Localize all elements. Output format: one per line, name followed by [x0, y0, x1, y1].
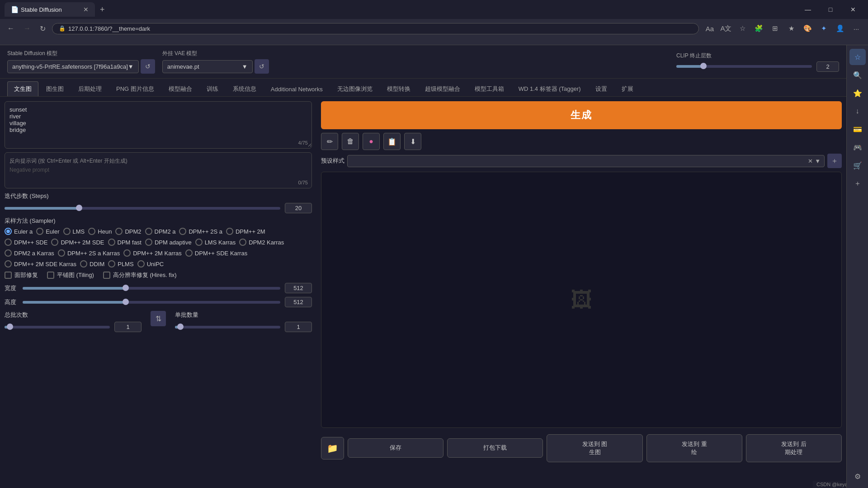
hires-fix-checkbox[interactable]: 高分辨率修复 (Hires. fix): [103, 271, 177, 279]
positive-prompt-input[interactable]: sunset river village bridge: [5, 102, 311, 147]
vae-model-refresh-button[interactable]: ↺: [255, 59, 269, 74]
tab-extras[interactable]: 后期处理: [71, 81, 108, 96]
sampler-dpmpp2sakarras[interactable]: DPM++ 2S a Karras: [58, 249, 120, 257]
tab-train[interactable]: 训练: [200, 81, 225, 96]
preset-dropdown[interactable]: ✕ ▼: [347, 155, 825, 167]
zip-download-button[interactable]: 打包下载: [447, 438, 543, 458]
sidebar-add-icon[interactable]: ＋: [849, 175, 866, 192]
sampler-dpm2akarras-radio[interactable]: [5, 249, 12, 257]
sampler-dpm2-radio[interactable]: [115, 228, 123, 235]
sampler-lmskarras[interactable]: LMS Karras: [195, 239, 236, 246]
sidebar-star-icon[interactable]: ⭐: [849, 85, 866, 101]
steps-slider-thumb[interactable]: [76, 205, 82, 211]
sampler-dpmppsde[interactable]: DPM++ SDE: [5, 239, 47, 246]
face-restore-checkbox[interactable]: 面部修复: [5, 271, 38, 279]
browser-tab[interactable]: 📄 Stable Diffusion ✕: [5, 2, 95, 17]
batch-size-slider[interactable]: [175, 326, 280, 328]
tab-extensions[interactable]: 扩展: [615, 81, 640, 96]
batch-size-thumb[interactable]: [177, 324, 184, 330]
tiling-checkbox[interactable]: 平铺图 (Tiling): [47, 271, 94, 279]
tab-model-toolkit[interactable]: 模型工具箱: [468, 81, 511, 96]
tab-infinite-browse[interactable]: 无边图像浏览: [330, 81, 379, 96]
sidebar-wallet-icon[interactable]: 💳: [849, 121, 866, 137]
sampler-dpmpp2msde-radio[interactable]: [51, 239, 58, 246]
refresh-button[interactable]: ↻: [37, 23, 48, 35]
sampler-dpmpp2mkarras[interactable]: DPM++ 2M Karras: [123, 249, 182, 257]
preset-save-button[interactable]: ＋: [827, 154, 842, 168]
sampler-lms-radio[interactable]: [63, 228, 71, 235]
hires-fix-box[interactable]: [103, 272, 110, 279]
copy-icon-button[interactable]: 📋: [383, 133, 401, 150]
tab-additional-networks[interactable]: Additional Networks: [264, 82, 330, 96]
collections-icon[interactable]: 🎨: [800, 21, 815, 36]
sidebar-download-icon[interactable]: ↓: [849, 103, 866, 119]
send-to-img2img-button[interactable]: 发送到 图生图: [547, 434, 642, 462]
swap-dimensions-button[interactable]: ⇅: [151, 311, 166, 326]
sampler-dpmfast[interactable]: DPM fast: [108, 239, 142, 246]
width-value[interactable]: 512: [285, 283, 312, 293]
sampler-dpmpp2msde[interactable]: DPM++ 2M SDE: [51, 239, 104, 246]
favorites-bar-icon[interactable]: ★: [784, 21, 798, 36]
sampler-dpmadaptive-radio[interactable]: [145, 239, 152, 246]
height-slider-track[interactable]: [23, 301, 280, 304]
sampler-lmskarras-radio[interactable]: [195, 239, 203, 246]
sampler-dpmpp2sa[interactable]: DPM++ 2S a: [179, 228, 222, 235]
width-slider-track[interactable]: [23, 287, 280, 290]
sampler-dpmfast-radio[interactable]: [108, 239, 115, 246]
tab-system-info[interactable]: 系统信息: [226, 81, 263, 96]
extensions-icon[interactable]: 🧩: [751, 21, 766, 36]
sidebar-shopping-icon[interactable]: 🛒: [849, 157, 866, 174]
maximize-button[interactable]: □: [820, 2, 841, 17]
copilot-icon[interactable]: ✦: [816, 21, 831, 36]
open-folder-button[interactable]: 📁: [321, 437, 344, 460]
sidebar-favorites-icon[interactable]: ☆: [849, 49, 866, 65]
sampler-dpmpp2sa-radio[interactable]: [179, 228, 186, 235]
sampler-dpm2karras[interactable]: DPM2 Karras: [239, 239, 284, 246]
tab-close-button[interactable]: ✕: [83, 6, 89, 13]
sampler-dpmppsde-radio[interactable]: [5, 239, 12, 246]
sampler-euler-radio[interactable]: [36, 228, 43, 235]
sampler-dpm2a-radio[interactable]: [145, 228, 152, 235]
batch-count-slider[interactable]: [5, 326, 110, 328]
color-icon-button[interactable]: ●: [363, 133, 380, 150]
clip-slider-track[interactable]: [676, 65, 812, 68]
batch-size-value[interactable]: 1: [285, 322, 312, 332]
sampler-dpmpp2m-radio[interactable]: [226, 228, 233, 235]
tab-png-info[interactable]: PNG 图片信息: [109, 81, 161, 96]
vae-model-dropdown[interactable]: animevae.pt ▼: [162, 60, 253, 73]
send-to-inpaint-button[interactable]: 发送到 重绘: [646, 434, 742, 462]
tab-model-convert[interactable]: 模型转换: [380, 81, 417, 96]
sampler-ddim[interactable]: DDIM: [80, 260, 104, 267]
sampler-unipc-radio[interactable]: [137, 260, 145, 267]
face-restore-box[interactable]: [5, 272, 12, 279]
steps-slider-track[interactable]: [5, 207, 280, 210]
send-to-postprocess-button[interactable]: 发送到 后期处理: [746, 434, 842, 462]
pencil-icon-button[interactable]: ✏: [321, 133, 338, 150]
batch-count-thumb[interactable]: [7, 324, 13, 330]
sd-model-refresh-button[interactable]: ↺: [141, 59, 155, 74]
sampler-dpmadaptive[interactable]: DPM adaptive: [145, 239, 192, 246]
translate-icon[interactable]: A文: [719, 21, 733, 36]
read-mode-icon[interactable]: Aa: [703, 21, 717, 36]
save-button[interactable]: 保存: [348, 438, 443, 458]
tab-img2img[interactable]: 图生图: [39, 81, 71, 96]
sidebar-search-icon[interactable]: 🔍: [849, 67, 866, 83]
preset-clear-icon[interactable]: ✕: [808, 158, 813, 164]
tab-super-merge[interactable]: 超级模型融合: [418, 81, 467, 96]
new-tab-button[interactable]: +: [97, 4, 108, 15]
tab-txt2img[interactable]: 文生图: [7, 81, 38, 96]
sampler-lms[interactable]: LMS: [63, 228, 85, 235]
sampler-dpm2akarras[interactable]: DPM2 a Karras: [5, 249, 54, 257]
sampler-dpm2[interactable]: DPM2: [115, 228, 141, 235]
tab-tagger[interactable]: WD 1.4 标签器 (Tagger): [512, 81, 588, 96]
sampler-euler-a-radio[interactable]: [5, 228, 12, 235]
trash-icon-button[interactable]: 🗑: [342, 133, 359, 150]
sampler-dpm2a[interactable]: DPM2 a: [145, 228, 176, 235]
steps-value[interactable]: 20: [285, 203, 312, 213]
sampler-dpmpp2mkarras-radio[interactable]: [123, 249, 131, 257]
sampler-dpmpp2msdekarras-radio[interactable]: [5, 260, 12, 267]
preset-arrow-icon[interactable]: ▼: [815, 158, 821, 164]
favorites-icon[interactable]: ☆: [735, 21, 750, 36]
sampler-dpm2karras-radio[interactable]: [239, 239, 246, 246]
more-menu-icon[interactable]: ···: [849, 21, 863, 36]
